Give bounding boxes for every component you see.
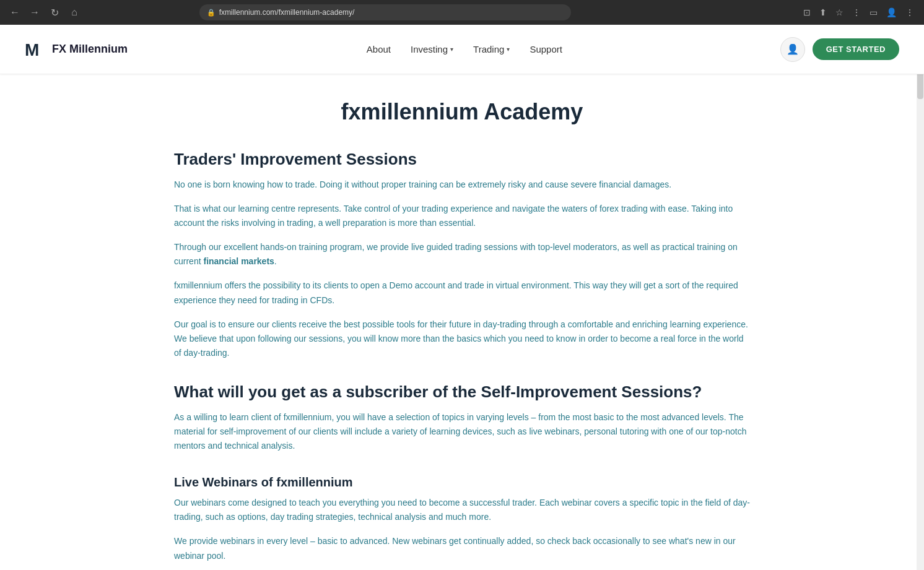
para-1-4: fxmillennium offers the possibility to i… <box>174 279 750 307</box>
para-1-2-text: That is what our learning centre represe… <box>174 204 733 228</box>
logo-icon: M <box>25 38 47 61</box>
section-traders-improvement: Traders' Improvement Sessions No one is … <box>174 150 750 360</box>
section-subheading-webinars: Live Webinars of fxmillennium <box>174 475 750 490</box>
tab-btn[interactable]: ▭ <box>867 6 880 19</box>
nav-investing[interactable]: Investing ▾ <box>411 44 453 54</box>
section-subscriber-benefits: What will you get as a subscriber of the… <box>174 382 750 453</box>
section-heading-subscriber: What will you get as a subscriber of the… <box>174 382 750 402</box>
site-header: M FX Millennium About Investing ▾ Tradin… <box>0 25 924 74</box>
header-actions: 👤 GET STARTED <box>780 37 899 62</box>
lock-icon: 🔒 <box>207 9 216 17</box>
trading-chevron-icon: ▾ <box>507 46 510 53</box>
logo[interactable]: M FX Millennium <box>25 38 149 61</box>
share-btn[interactable]: ⬆ <box>817 6 829 19</box>
para-3-1: Our webinars come designed to teach you … <box>174 496 750 524</box>
para-2-1: As a willing to learn client of fxmillen… <box>174 410 750 453</box>
menu-btn[interactable]: ⋮ <box>903 6 917 19</box>
bookmark-btn[interactable]: ☆ <box>833 6 846 19</box>
para-3-2: We provide webinars in every level – bas… <box>174 534 750 563</box>
page-title: fxmillennium Academy <box>174 99 750 125</box>
para-3-1-text: Our webinars come designed to teach you … <box>174 498 750 522</box>
url-text: fxmillennium.com/fxmillennium-academy/ <box>219 8 355 17</box>
browser-chrome: ← → ↻ ⌂ 🔒 fxmillennium.com/fxmillennium-… <box>0 0 924 25</box>
main-nav: About Investing ▾ Trading ▾ Support <box>149 44 780 54</box>
user-icon: 👤 <box>787 43 799 55</box>
address-bar[interactable]: 🔒 fxmillennium.com/fxmillennium-academy/ <box>199 4 571 20</box>
reload-button[interactable]: ↻ <box>47 5 62 20</box>
para-1-3: Through our excellent hands-on training … <box>174 240 750 269</box>
browser-actions: ⊡ ⬆ ☆ ⋮ ▭ 👤 ⋮ <box>801 6 917 19</box>
section-heading-traders: Traders' Improvement Sessions <box>174 150 750 169</box>
para-3-2-text: We provide webinars in every level – bas… <box>174 536 736 560</box>
para-2-1-text: As a willing to learn client of fxmillen… <box>174 412 746 451</box>
para-1-5-text: Our goal is to ensure our clients receiv… <box>174 319 748 358</box>
scrollbar[interactable] <box>917 25 924 570</box>
profile-btn[interactable]: 👤 <box>884 6 899 19</box>
get-started-button[interactable]: GET STARTED <box>813 38 899 60</box>
para-1-4-text: fxmillennium offers the possibility to i… <box>174 280 738 304</box>
nav-trading[interactable]: Trading ▾ <box>473 44 510 54</box>
logo-fx: FX <box>52 43 69 55</box>
para-1-2: That is what our learning centre represe… <box>174 202 750 230</box>
screenshot-btn[interactable]: ⊡ <box>801 6 813 19</box>
logo-text: FX Millennium <box>52 43 128 56</box>
svg-text:M: M <box>25 40 39 59</box>
forward-button[interactable]: → <box>27 5 42 20</box>
para-1-3-text: Through our excellent hands-on training … <box>174 242 738 266</box>
back-button[interactable]: ← <box>7 5 22 20</box>
para-1-1: No one is born knowing how to trade. Doi… <box>174 178 750 192</box>
home-button[interactable]: ⌂ <box>67 5 82 20</box>
extensions-btn[interactable]: ⋮ <box>850 6 863 19</box>
section-live-webinars: Live Webinars of fxmillennium Our webina… <box>174 475 750 563</box>
nav-about[interactable]: About <box>367 44 391 54</box>
logo-millennium: Millennium <box>69 43 128 55</box>
nav-support[interactable]: Support <box>530 44 562 54</box>
para-1-5: Our goal is to ensure our clients receiv… <box>174 317 750 360</box>
para-1-1-text: No one is born knowing how to trade. Doi… <box>174 179 671 189</box>
investing-chevron-icon: ▾ <box>450 46 453 53</box>
page-content: fxmillennium Academy Traders' Improvemen… <box>137 74 787 570</box>
user-account-button[interactable]: 👤 <box>780 37 805 62</box>
